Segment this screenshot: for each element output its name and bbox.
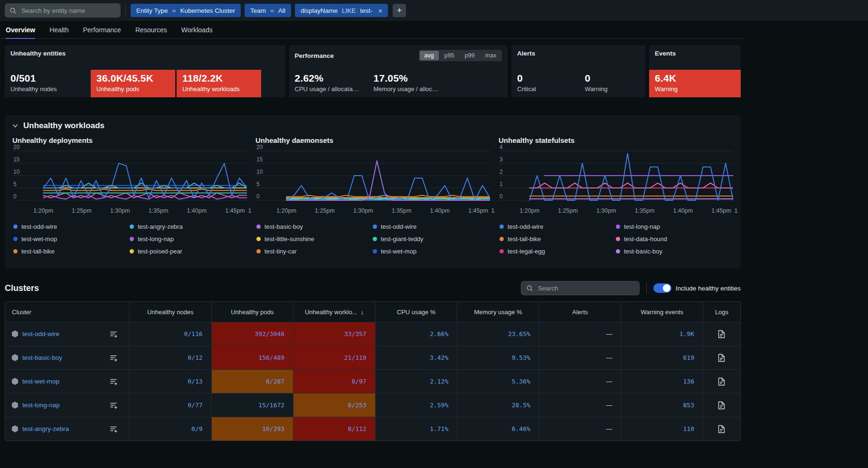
chevron-down-icon[interactable] [12,123,18,129]
legend-item-test-basic-boy[interactable]: test-basic-boy [616,247,732,255]
column-header-memory-usage[interactable]: Memory usage % [457,302,539,322]
cell-value: 0/13 [188,378,202,385]
x-axis-tick: 1 [734,207,737,214]
card-unhealthy-entities: Unhealthy entities0/501Unhealthy nodes36… [5,45,285,97]
legend-item-test-little-sunshine[interactable]: test-little-sunshine [256,234,373,243]
cluster-link[interactable]: test-wet-mop [22,378,59,385]
legend-item-test-tall-bike[interactable]: test-tall-bike [13,247,130,255]
entity-search[interactable] [5,3,121,18]
clusters-search[interactable] [521,281,640,295]
filter-add-icon[interactable] [110,330,121,338]
filter-value: All [278,7,285,14]
legend-item-test-data-hound[interactable]: test-data-hound [616,234,732,243]
legend-label: test-data-hound [624,235,667,243]
mode-p99-button[interactable]: p99 [460,51,480,60]
legend-item-test-milky-novel[interactable]: test-milky-novel [256,259,373,261]
add-filter-button[interactable]: + [393,4,406,17]
legend-item-test-wet-mop[interactable]: test-wet-mop [13,234,130,243]
close-icon[interactable]: × [378,7,383,15]
legend-item-test-tiny-car[interactable]: test-tiny-car [256,247,373,255]
y-axis-tick: 5 [256,181,260,187]
filter-pill-team[interactable]: Team=All [245,4,291,17]
filter-pill-entity-type[interactable]: Entity Type=Kubernetes Cluster [131,4,241,17]
column-header-unhealthy-nodes[interactable]: Unhealthy nodes [130,302,212,322]
filter-add-icon[interactable] [110,378,121,385]
mode-max-button[interactable]: max [480,51,501,60]
column-header-cluster[interactable]: Cluster [5,302,130,322]
cluster-link[interactable]: test-angry-zebra [22,425,69,432]
filter-add-icon[interactable] [110,402,121,409]
filter-pills: Entity Type=Kubernetes ClusterTeam=Alldi… [131,4,388,17]
cluster-link[interactable]: test-long-nap [22,402,60,409]
column-header-unhealthy-pods[interactable]: Unhealthy pods [212,302,294,322]
y-axis-tick: 10 [256,168,263,175]
legend-item-test-basic-boy[interactable]: test-basic-boy [256,222,373,231]
logs-icon[interactable] [718,401,725,410]
search-icon [526,285,533,292]
legend-item-test-angry-zebra[interactable]: test-angry-zebra [130,222,246,231]
y-axis-tick: 3 [500,156,503,163]
tab-health[interactable]: Health [49,21,68,38]
legend-item-test-odd-wire[interactable]: test-odd-wire [13,222,130,231]
legend-item-test-long-nap[interactable]: test-long-nap [130,234,246,243]
column-header-warning-events[interactable]: Warning events [621,302,703,322]
x-axis-tick: 1:20pm [519,207,539,214]
table-row: test-angry-zebra0/910/2938/1121.71%6.46%… [5,417,740,440]
chart-unhealthy-statefulsets: Unhealthy statefulsets012341:20pm1:25pm1… [499,136,733,261]
cell-unhealthy-pods: 392/3048 [212,322,294,346]
tab-performance[interactable]: Performance [83,21,121,38]
tab-overview[interactable]: Overview [6,21,35,38]
logs-icon[interactable] [718,330,725,338]
chart-unhealthy-daemonsets: Unhealthy daemonsets051015201:20pm1:25pm… [255,136,490,261]
filter-add-icon[interactable] [110,354,121,362]
cell-cluster: test-long-nap [5,393,130,417]
toggle-knob [663,284,670,292]
legend-item-test-mad-zoo[interactable]: test-mad-zoo [373,259,489,261]
legend-item-test-odd-wire[interactable]: test-odd-wire [500,222,616,231]
legend-item-test-legal-egg[interactable]: test-legal-egg [500,247,616,255]
legend-item-test-little-sunshine[interactable]: test-little-sunshine [130,259,246,261]
legend-item-test-long-nap[interactable]: test-long-nap [616,222,732,231]
logs-icon[interactable] [718,377,725,386]
legend-dot [500,237,504,241]
filter-add-icon[interactable] [110,425,121,433]
x-axis-labels: 1:20pm1:25pm1:30pm1:35pm1:40pm1:45pm1 [12,205,247,215]
logs-icon[interactable] [718,354,725,362]
cell-value: 8/97 [351,378,366,385]
mode-avg-button[interactable]: avg [420,51,439,60]
card-events: Events6.4KWarning [649,45,741,97]
tab-resources[interactable]: Resources [135,21,167,38]
include-healthy-toggle[interactable] [653,283,671,293]
cluster-link[interactable]: test-basic-boy [22,354,62,361]
entity-search-input[interactable] [20,7,116,15]
column-header-unhealthy-worklo[interactable]: Unhealthy worklo...↓ [293,302,376,322]
legend-dot [256,225,261,229]
column-header-logs[interactable]: Logs [703,302,740,322]
cell-unhealthy-workloads: 21/119 [293,346,376,369]
cell-warning-events: 136 [621,370,703,393]
column-header-alerts[interactable]: Alerts [539,302,622,322]
y-axis-tick: 10 [13,168,19,175]
legend-item-test-poised-pear[interactable]: test-poised-pear [130,247,246,255]
cell-memory-usage: 6.46% [457,417,539,440]
filter-pill-displayname[interactable]: displayNameLIKEtest-× [295,4,388,17]
x-axis-tick: 1 [491,207,494,214]
legend-item-test-giant-teddy[interactable]: test-giant-teddy [373,234,489,243]
cluster-link[interactable]: test-odd-wire [22,330,59,337]
legend-label: test-tall-bike [508,235,541,243]
legend-item-test-wet-mop[interactable]: test-wet-mop [373,247,489,255]
tab-workloads[interactable]: Workloads [181,21,213,38]
legend-item-test-tall-bike[interactable]: test-tall-bike [500,234,616,243]
legend-item-test-odd-wire[interactable]: test-odd-wire [373,222,489,231]
card-title: Performance [295,52,334,59]
chart-canvas [12,145,247,204]
legend-item-test-interlinked[interactable]: test-interlinked [13,259,130,261]
clusters-search-input[interactable] [537,284,634,292]
logs-icon[interactable] [718,425,725,433]
cell-unhealthy-nodes: 0/12 [130,346,212,369]
column-header-cpu-usage[interactable]: CPU usage % [376,302,458,322]
clusters-toolbar: Clusters Include healthy entities [5,281,741,295]
mode-p95-button[interactable]: p95 [440,51,459,60]
legend-dot [13,225,18,229]
legend-label: test-basic-boy [624,248,662,255]
